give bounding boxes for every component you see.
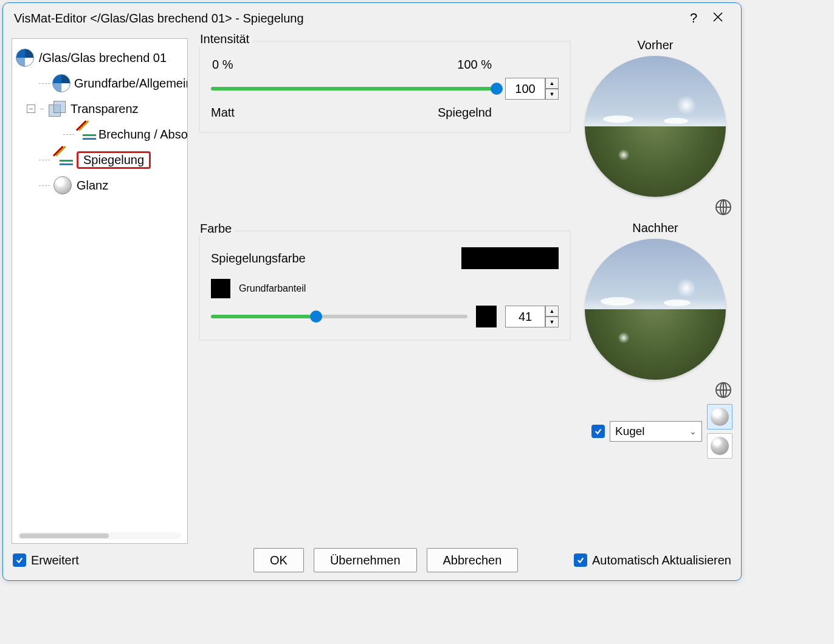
preview-after-sphere [585,239,726,380]
close-button[interactable] [706,10,730,26]
transparency-icon [46,98,67,119]
tree-item-glanz[interactable]: Glanz [16,173,185,198]
intensity-legend: Intensität [199,32,253,46]
refraction-icon [77,124,95,145]
preview-before-label: Vorher [638,38,674,52]
tree-item-label: Transparenz [71,102,139,116]
reflection-icon [52,149,73,170]
vismat-editor-window: VisMat-Editor </Glas/Glas brechend 01> -… [2,2,742,581]
material-root-icon [15,47,35,68]
basecolor-share-spin-down[interactable]: ▼ [545,317,559,327]
preview-shape-select[interactable]: Kugel ⌄ [610,421,702,442]
color-legend: Farbe [199,222,235,236]
preview-shape-scene-button[interactable] [707,433,732,459]
dialog-footer: Erweitert OK Übernehmen Abbrechen Automa… [13,546,731,574]
cancel-button[interactable]: Abbrechen [427,548,519,572]
basecolor-share-label: Grundfarbanteil [239,283,306,294]
intensity-high-label: Spiegelnd [438,106,492,120]
intensity-min-label: 0 % [212,58,233,72]
gloss-icon [52,175,73,196]
tree-item-label: Brechung / Absorption [98,128,188,142]
tree-item-label: Spiegelung [77,151,151,169]
intensity-spin-down[interactable]: ▼ [545,89,559,100]
tree-item-spiegelung[interactable]: Spiegelung [16,147,185,173]
tree-collapse-icon[interactable]: − [27,104,35,113]
tree-root[interactable]: /Glas/Glas brechend 01 [16,45,185,70]
auto-update-label: Automatisch Aktualisieren [592,553,731,567]
reflection-color-swatch[interactable] [461,247,559,269]
intensity-low-label: Matt [211,106,235,120]
result-color-swatch[interactable] [476,306,497,327]
basecolor-share-slider[interactable] [211,311,467,322]
basecolor-share-spin-up[interactable]: ▲ [545,306,559,317]
preview-shape-value: Kugel [615,425,645,438]
extended-checkbox[interactable] [13,553,26,567]
shape-enabled-checkbox[interactable] [591,425,605,438]
preview-shape-sphere-button[interactable] [707,404,732,430]
apply-button[interactable]: Übernehmen [314,548,417,572]
tree-item-label: Grundfarbe/Allgemein [74,77,188,91]
reflection-color-label: Spiegelungsfarbe [211,252,306,265]
properties-panel: Intensität 0 % 100 % ▲ ▼ [188,38,578,544]
auto-update-checkbox[interactable] [574,553,587,567]
chevron-down-icon: ⌄ [689,426,697,436]
tree-item-transparenz[interactable]: − Transparenz [16,96,185,122]
tree-item-brechung[interactable]: Brechung / Absorption [16,122,185,147]
color-group: Farbe Spiegelungsfarbe Grundfarbanteil [199,230,571,341]
titlebar: VisMat-Editor </Glas/Glas brechend 01> -… [3,3,741,33]
intensity-slider[interactable] [211,83,497,94]
environment-icon[interactable] [715,199,731,215]
window-title: VisMat-Editor </Glas/Glas brechend 01> -… [14,12,681,26]
basecolor-swatch[interactable] [211,279,230,298]
help-button[interactable]: ? [681,10,706,26]
tree-item-grundfarbe[interactable]: Grundfarbe/Allgemein [16,70,185,96]
preview-panel: Vorher Nachher Kugel [578,38,732,544]
basecolor-icon [52,73,71,94]
tree-item-label: Glanz [77,179,108,193]
preview-after-label: Nachher [632,221,678,235]
tree-root-label: /Glas/Glas brechend 01 [39,51,167,65]
extended-label: Erweitert [31,553,79,567]
intensity-max-label: 100 % [457,58,492,72]
environment-icon[interactable] [715,382,731,398]
preview-before-sphere [585,56,726,197]
intensity-spin-up[interactable]: ▲ [545,78,559,89]
tree-horizontal-scrollbar[interactable] [18,532,181,540]
ok-button[interactable]: OK [253,548,304,572]
intensity-group: Intensität 0 % 100 % ▲ ▼ [199,41,571,133]
intensity-input[interactable] [505,78,545,100]
basecolor-share-input[interactable] [505,306,545,327]
material-tree: /Glas/Glas brechend 01 Grundfarbe/Allgem… [12,38,188,544]
